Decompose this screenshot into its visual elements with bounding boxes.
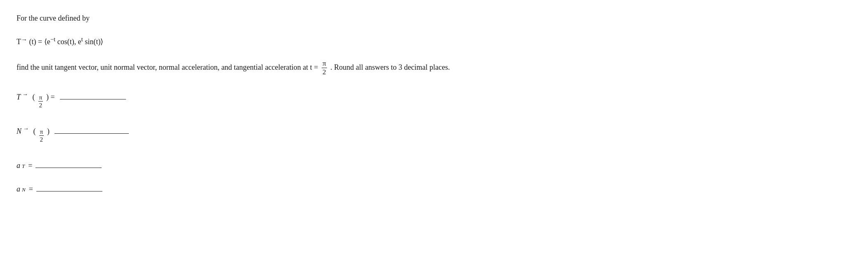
- main-content: For the curve defined by T→ (t) = ⟨e−t c…: [17, 12, 636, 194]
- r-arrow: →: [21, 35, 27, 45]
- N-frac-den: 2: [39, 136, 44, 143]
- aT-label: a: [17, 161, 20, 170]
- fraction-numerator: π: [322, 59, 327, 68]
- curve-definition: T→ (t) = ⟨e−t cos(t), et sin(t)⟩: [17, 34, 636, 48]
- intro-text-1: For the curve defined by: [17, 14, 90, 22]
- T-arg: (: [31, 93, 35, 102]
- T-frac-den: 2: [38, 102, 43, 109]
- T-arrow: →: [22, 91, 28, 98]
- aN-equals: =: [29, 185, 33, 194]
- N-arrow: →: [23, 125, 29, 132]
- problem-statement: find the unit tangent vector, unit norma…: [17, 59, 636, 77]
- N-answer-field[interactable]: [55, 125, 129, 134]
- curve-eq: (t) = ⟨e−t cos(t), et sin(t)⟩: [27, 38, 103, 46]
- T-frac-num: π: [38, 94, 43, 102]
- aN-answer-field[interactable]: [36, 183, 102, 191]
- aT-row: aT =: [17, 160, 636, 170]
- intro-line1: For the curve defined by: [17, 12, 636, 24]
- T-fraction: π 2: [38, 94, 43, 109]
- aN-subscript: N: [22, 187, 26, 193]
- T-close-paren: ) =: [46, 93, 55, 102]
- exp-neg-t: −t: [50, 36, 56, 43]
- normal-vector-row: N→ ( π 2 ): [17, 125, 636, 143]
- period-text: . Round all answers to 3 decimal places.: [330, 63, 450, 71]
- N-close-paren: ): [47, 127, 50, 136]
- N-frac-num: π: [39, 128, 44, 136]
- aT-subscript: T: [22, 163, 25, 170]
- fraction-denominator: 2: [322, 68, 327, 76]
- pi-over-2-fraction: π 2: [322, 59, 327, 77]
- tangent-vector-row: T→ ( π 2 ) =: [17, 91, 636, 109]
- aT-equals: =: [28, 161, 32, 170]
- aT-answer-field[interactable]: [36, 160, 102, 168]
- N-label: N: [17, 127, 21, 136]
- T-answer-field[interactable]: [60, 91, 126, 99]
- find-text: find the unit tangent vector, unit norma…: [17, 63, 318, 71]
- aN-label: a: [17, 185, 20, 194]
- aN-row: aN =: [17, 183, 636, 194]
- r-letter: T: [17, 38, 21, 46]
- T-label: T: [17, 93, 21, 102]
- N-fraction: π 2: [39, 128, 44, 143]
- exp-t: t: [81, 36, 83, 43]
- N-arg-open: (: [31, 127, 36, 136]
